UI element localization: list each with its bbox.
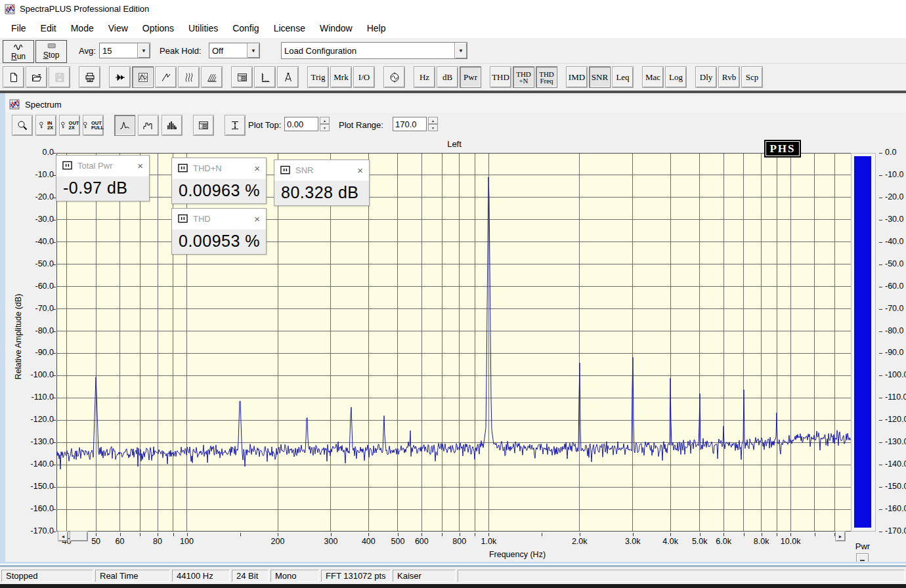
spinner-up-icon[interactable]: ▲ [320,117,330,124]
open-file-button[interactable] [26,66,47,88]
menu-item-help[interactable]: Help [360,20,393,36]
total-power-value: -0.97 dB [56,176,149,201]
total-power-button[interactable]: Pwr [460,66,481,88]
x-axis-label: 300 [316,537,345,546]
scope-button[interactable]: Scp [741,66,763,88]
spectrum-window-titlebar[interactable]: Spectrum [5,96,906,113]
line-plot-button[interactable] [114,115,135,136]
menu-item-file[interactable]: File [4,20,33,36]
run-button[interactable]: Run [3,40,34,63]
save-file-button[interactable] [49,66,70,88]
close-icon[interactable]: × [137,160,143,171]
y-axis-tick [53,509,56,510]
y-axis-label: -50.0 [885,259,906,268]
snr-window[interactable]: SNR × 80.328 dB [274,159,370,206]
view-spectrogram-button[interactable] [178,66,200,88]
snr-titlebar[interactable]: SNR × [274,160,369,180]
stop-button[interactable]: Stop [35,40,67,63]
thd-freq-button[interactable]: THD Freq [536,66,557,88]
menu-item-license[interactable]: License [267,20,313,36]
logging-button[interactable]: Log [665,66,687,88]
thd-n-button[interactable]: THD +N [513,66,534,88]
vertical-scale-button[interactable] [225,115,246,136]
power-meter-fill [854,156,871,528]
status-panel-mono: Mono [270,570,319,582]
menu-item-config[interactable]: Config [225,20,266,36]
view-3d-surface-button[interactable] [201,66,223,88]
y-axis-tick [53,442,56,443]
plot-range-spinner[interactable]: ▲ ▼ [428,117,438,131]
zoom-button[interactable] [12,115,33,136]
y-axis-tick [879,220,882,220]
menu-item-options[interactable]: Options [135,20,181,36]
y-axis-tick [53,487,56,488]
new-file-button[interactable] [3,66,24,88]
macro-button[interactable]: Mac [642,66,664,88]
snr-button[interactable]: SNR [589,66,611,88]
calibration-button[interactable] [277,66,299,88]
step-plot-button[interactable] [138,115,159,136]
menu-item-utilities[interactable]: Utilities [181,20,225,36]
load-configuration-select[interactable]: Load Configuration ▼ [281,42,467,59]
thd-value: 0.00953 % [172,229,266,254]
y-axis-tick [53,264,56,265]
status-panel-empty [458,570,905,582]
scrollbar-thumb[interactable] [70,531,88,541]
menu-item-view[interactable]: View [101,20,135,36]
zoom-out-2x-button[interactable]: OUT2X [59,115,80,136]
y-axis-tick [53,331,56,332]
spinner-up-icon[interactable]: ▲ [428,117,438,124]
thd-window[interactable]: THD × 0.00953 % [171,208,267,255]
signal-generator-button[interactable] [383,66,405,88]
chevron-down-icon[interactable]: ▼ [454,43,467,58]
menu-item-edit[interactable]: Edit [33,20,64,36]
peak-hold-select[interactable]: Off ▼ [209,43,260,58]
thd-titlebar[interactable]: THD × [172,209,266,229]
menu-item-mode[interactable]: Mode [64,20,101,36]
y-axis-tick [53,198,56,198]
total-power-titlebar[interactable]: Total Pwr × [56,156,149,176]
spectrum-window-border [0,93,5,568]
imd-button[interactable]: IMD [566,66,588,88]
decibel-units-button[interactable]: dB [437,66,458,88]
view-spectrum-button[interactable] [132,66,154,88]
plot-top-spinner[interactable]: ▲ ▼ [320,117,330,131]
frequency-units-button[interactable]: Hz [414,66,435,88]
y-axis-tick [53,532,56,532]
y-axis-label: -140.0 [885,459,906,469]
chevron-down-icon[interactable]: ▼ [247,43,259,58]
spinner-down-icon[interactable]: ▼ [428,124,438,131]
scroll-right-button[interactable]: ► [835,531,846,541]
plot-top-input[interactable] [284,117,318,131]
avg-select[interactable]: 15 ▼ [99,43,150,58]
print-button[interactable] [79,66,100,88]
markers-button[interactable]: Mrk [330,66,352,88]
thd-n-titlebar[interactable]: THD+N × [172,158,266,178]
options-panel-button[interactable] [231,66,253,88]
scroll-left-button[interactable]: ◄ [58,531,68,541]
bar-plot-button[interactable] [162,115,183,136]
menu-item-window[interactable]: Window [313,20,360,36]
delay-button[interactable]: Dly [695,66,717,88]
display-options-button[interactable] [193,115,214,136]
plot-range-input[interactable] [393,117,427,131]
leq-button[interactable]: Leq [612,66,634,88]
scaling-button[interactable] [254,66,276,88]
input-output-button[interactable]: I/O [353,66,375,88]
view-time-series-button[interactable] [109,66,131,88]
spinner-down-icon[interactable]: ▼ [320,124,330,131]
chevron-down-icon[interactable]: ▼ [137,43,150,58]
thd-button[interactable]: THD [490,66,511,88]
trigger-button[interactable]: Trig [307,66,329,88]
reverb-button[interactable]: Rvb [718,66,740,88]
close-icon[interactable]: × [254,213,260,224]
view-phase-button[interactable] [155,66,177,88]
close-icon[interactable]: × [254,163,260,174]
thd-n-window[interactable]: THD+N × 0.00963 % [171,158,267,204]
y-axis-tick [879,398,882,398]
x-axis-tick [240,533,241,536]
close-icon[interactable]: × [357,165,363,176]
total-power-window[interactable]: Total Pwr × -0.97 dB [56,155,150,201]
zoom-out-full-button[interactable]: OUTFULL [83,115,104,136]
zoom-in-2x-button[interactable]: IN2X [35,115,56,136]
